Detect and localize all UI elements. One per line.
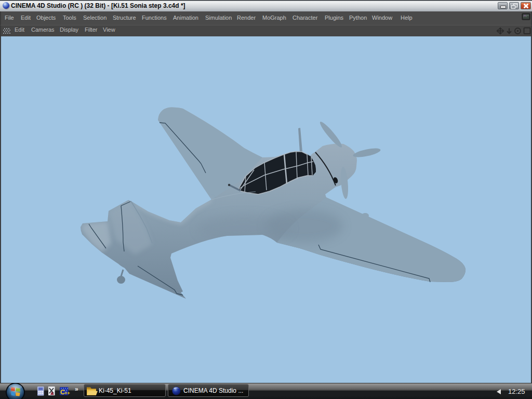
svg-text:++: ++ (64, 391, 70, 396)
